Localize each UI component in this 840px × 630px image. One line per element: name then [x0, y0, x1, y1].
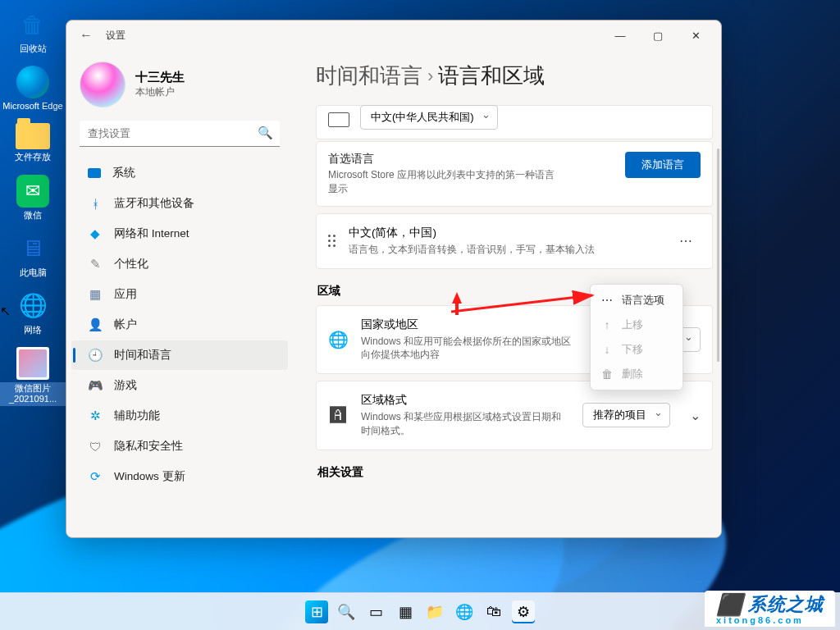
nav-accessibility[interactable]: ✲辅助功能: [71, 401, 288, 431]
window-title: 设置: [106, 29, 126, 43]
drag-handle-icon[interactable]: [328, 235, 336, 247]
display-icon: [328, 112, 349, 127]
language-more-button[interactable]: ⋯: [673, 230, 701, 252]
titlebar: ← 设置 — ▢ ✕: [66, 21, 721, 50]
watermark-url: xitong86.com: [716, 615, 824, 625]
nav-label: 系统: [112, 166, 135, 180]
taskbar-explorer[interactable]: 📁: [423, 600, 446, 623]
bluetooth-icon: ᚼ: [88, 196, 103, 211]
nav-gaming[interactable]: 🎮游戏: [71, 371, 288, 400]
desktop-icons: 🗑回收站 Microsoft Edge 文件存放 ✉微信 🖥此电脑 🌐网络 微信…: [0, 8, 66, 418]
network-icon: 🌐: [16, 290, 49, 322]
menu-move-down: ↓下移: [594, 337, 679, 362]
breadcrumb-parent[interactable]: 时间和语言: [316, 62, 422, 90]
desktop-icon-wechat[interactable]: ✉微信: [0, 175, 66, 221]
taskbar-settings[interactable]: ⚙: [512, 600, 535, 623]
add-language-button[interactable]: 添加语言: [625, 152, 701, 178]
language-name: 中文(简体，中国): [349, 226, 595, 240]
desktop-icon-label: 回收站: [0, 43, 66, 54]
desktop-icon-label: Microsoft Edge: [0, 101, 66, 112]
desktop-icon-folder[interactable]: 文件存放: [0, 123, 66, 162]
back-button[interactable]: ←: [73, 28, 99, 43]
regional-format-card[interactable]: 🅰 区域格式 Windows 和某些应用根据区域格式设置日期和时间格式。 推荐的…: [316, 381, 713, 450]
gaming-icon: 🎮: [88, 378, 103, 393]
nav-accounts[interactable]: 👤帐户: [71, 310, 288, 340]
desktop-icon-label: 文件存放: [0, 152, 66, 162]
trash-icon: 🗑: [600, 368, 614, 381]
menu-move-up: ↑上移: [594, 313, 679, 337]
nav-label: 个性化: [114, 257, 148, 272]
taskbar-store[interactable]: 🛍: [482, 600, 505, 623]
search-input[interactable]: [80, 121, 280, 147]
profile-name: 十三先生: [135, 70, 185, 85]
preferred-languages-title: 首选语言: [328, 152, 558, 167]
start-button[interactable]: ⊞: [305, 600, 328, 623]
related-settings-title: 相关设置: [317, 465, 713, 480]
nav-label: 蓝牙和其他设备: [114, 196, 194, 211]
account-icon: 👤: [88, 317, 103, 332]
taskbar-task-view[interactable]: ▭: [364, 600, 387, 623]
breadcrumb: 时间和语言 › 语言和区域: [316, 62, 713, 90]
nav-label: 时间和语言: [114, 348, 171, 363]
nav-apps[interactable]: ▦应用: [71, 280, 288, 309]
breadcrumb-current: 语言和区域: [438, 62, 545, 90]
desktop-icon-network[interactable]: 🌐网络: [0, 290, 66, 336]
taskbar-search[interactable]: 🔍: [335, 600, 358, 623]
profile-block[interactable]: 十三先生 本地帐户: [66, 53, 293, 121]
preferred-languages-card: 首选语言 Microsoft Store 应用将以此列表中支持的第一种语言显示 …: [316, 141, 713, 207]
language-item[interactable]: 中文(简体，中国) 语言包，文本到语音转换，语音识别，手写，基本输入法 ⋯: [316, 213, 713, 269]
globe-icon: 🌐: [328, 330, 348, 349]
nav-label: 辅助功能: [114, 409, 160, 423]
search-box[interactable]: 🔍: [80, 121, 280, 147]
desktop-icon-recycle-bin[interactable]: 🗑回收站: [0, 8, 66, 54]
annotation-arrow-icon: [452, 292, 462, 315]
watermark: ⬛系统之城 xitong86.com: [705, 591, 835, 627]
display-language-select[interactable]: 中文(中华人民共和国): [360, 105, 498, 130]
watermark-logo-icon: ⬛: [716, 594, 743, 615]
nav-label: 网络和 Internet: [114, 226, 189, 241]
taskbar-edge[interactable]: 🌐: [453, 600, 476, 623]
profile-sub: 本地帐户: [135, 85, 185, 99]
nav-privacy[interactable]: 🛡隐私和安全性: [71, 431, 288, 461]
more-icon: ⋯: [600, 294, 614, 307]
chevron-down-icon[interactable]: ⌄: [690, 408, 701, 423]
minimize-button[interactable]: —: [601, 23, 639, 48]
nav-bluetooth[interactable]: ᚼ蓝牙和其他设备: [71, 189, 288, 218]
wechat-icon: ✉: [16, 175, 49, 208]
arrow-down-icon: ↓: [600, 343, 614, 356]
taskbar-widgets[interactable]: ▦: [394, 600, 417, 623]
nav-label: 应用: [114, 287, 137, 302]
menu-language-options[interactable]: ⋯语言选项: [594, 288, 679, 313]
menu-label: 删除: [622, 367, 643, 381]
close-button[interactable]: ✕: [677, 23, 714, 48]
settings-window: ← 设置 — ▢ ✕ 十三先生 本地帐户 🔍 系统 ᚼ蓝牙和其他设备 ◆网络和 …: [66, 20, 722, 538]
regional-format-desc: Windows 和某些应用根据区域格式设置日期和时间格式。: [361, 410, 569, 438]
menu-delete: 🗑删除: [594, 362, 679, 386]
nav-label: 帐户: [114, 317, 137, 332]
desktop-icon-image-file[interactable]: 微信图片_2021091...: [0, 347, 66, 405]
arrow-up-icon: ↑: [600, 318, 614, 331]
avatar: [80, 62, 126, 107]
format-select[interactable]: 推荐的项目: [582, 403, 670, 427]
nav-label: 隐私和安全性: [114, 439, 183, 454]
accessibility-icon: ✲: [88, 409, 103, 423]
nav-sidebar: 十三先生 本地帐户 🔍 系统 ᚼ蓝牙和其他设备 ◆网络和 Internet ✎个…: [66, 50, 293, 537]
desktop-icon-this-pc[interactable]: 🖥此电脑: [0, 232, 66, 278]
nav-time-language[interactable]: 🕘时间和语言: [71, 340, 288, 370]
menu-label: 上移: [622, 317, 643, 332]
nav-network[interactable]: ◆网络和 Internet: [71, 219, 288, 249]
nav-windows-update[interactable]: ⟳Windows 更新: [71, 462, 288, 491]
folder-icon: [16, 123, 50, 149]
desktop-icon-label: 网络: [0, 325, 66, 336]
nav-system[interactable]: 系统: [71, 158, 288, 188]
menu-label: 语言选项: [622, 293, 664, 308]
nav-personalization[interactable]: ✎个性化: [71, 249, 288, 279]
nav-label: 游戏: [114, 378, 137, 393]
nav-label: Windows 更新: [114, 469, 185, 484]
maximize-button[interactable]: ▢: [639, 23, 677, 48]
desktop-icon-edge[interactable]: Microsoft Edge: [0, 66, 66, 112]
scrollbar[interactable]: [717, 148, 719, 362]
brush-icon: ✎: [88, 257, 103, 272]
display-language-value: 中文(中华人民共和国): [371, 111, 474, 123]
regional-format-title: 区域格式: [361, 393, 569, 408]
